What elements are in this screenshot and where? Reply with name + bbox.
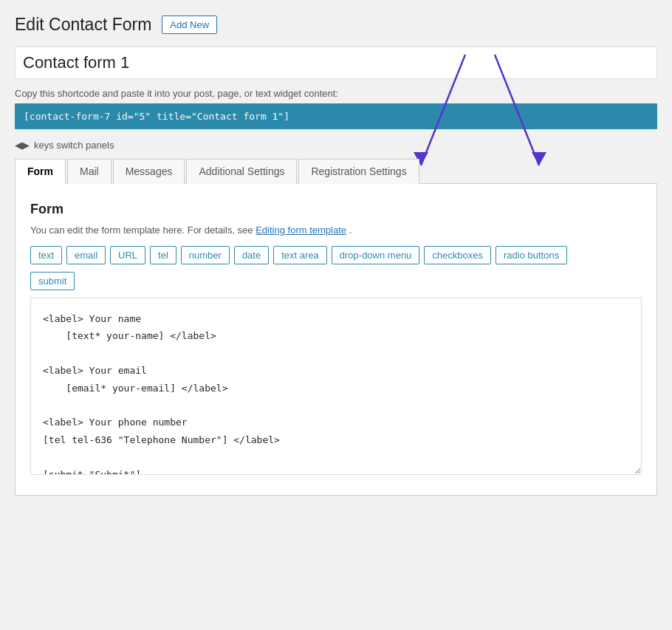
shortcode-value: [contact-form-7 id="5" title="Contact fo… <box>24 111 289 122</box>
tag-btn-email[interactable]: email <box>66 246 106 264</box>
shortcode-label: Copy this shortcode and paste it into yo… <box>15 88 657 99</box>
form-section-desc: You can edit the form template here. For… <box>30 225 642 236</box>
tag-btn-radio[interactable]: radio buttons <box>496 246 567 264</box>
tag-btn-date[interactable]: date <box>234 246 269 264</box>
tab-registration-settings[interactable]: Registration Settings <box>298 159 419 184</box>
form-code-editor[interactable]: <label> Your name [text* your-name] </la… <box>30 298 642 475</box>
shortcode-bar[interactable]: [contact-form-7 id="5" title="Contact fo… <box>15 103 657 129</box>
form-name-input[interactable] <box>15 47 657 79</box>
keys-switch: ◀▶ keys switch panels <box>15 140 657 151</box>
keys-switch-icon: ◀▶ <box>15 140 30 151</box>
desc-start: You can edit the form template here. For… <box>30 225 256 236</box>
desc-end: . <box>349 225 352 236</box>
page-wrapper: Edit Contact Form Add New Copy this shor… <box>0 0 672 630</box>
page-header: Edit Contact Form Add New <box>15 15 657 35</box>
tab-mail[interactable]: Mail <box>67 159 112 184</box>
tag-btn-submit[interactable]: submit <box>30 272 75 290</box>
keys-switch-label: keys switch panels <box>34 140 114 151</box>
tag-btn-tel[interactable]: tel <box>150 246 176 264</box>
tag-btn-dropdown[interactable]: drop-down menu <box>332 246 420 264</box>
tag-btn-text[interactable]: text <box>30 246 62 264</box>
add-new-button[interactable]: Add New <box>162 16 217 34</box>
tag-btn-url[interactable]: URL <box>110 246 145 264</box>
tab-form[interactable]: Form <box>15 159 66 184</box>
tag-btn-textarea[interactable]: text area <box>273 246 327 264</box>
tag-buttons-row2: submit <box>30 272 642 290</box>
tab-messages[interactable]: Messages <box>113 159 185 184</box>
page-title: Edit Contact Form <box>15 15 151 35</box>
editing-form-template-link[interactable]: Editing form template <box>256 225 346 236</box>
tabs-wrapper: Form Mail Messages Additional Settings R… <box>15 158 657 184</box>
content-area: Form You can edit the form template here… <box>15 184 657 496</box>
tab-additional-settings[interactable]: Additional Settings <box>186 159 297 184</box>
tag-buttons: text email URL tel number date text area… <box>30 246 642 264</box>
tabs-nav: Form Mail Messages Additional Settings R… <box>15 158 657 184</box>
tag-btn-checkboxes[interactable]: checkboxes <box>424 246 491 264</box>
tag-btn-number[interactable]: number <box>181 246 230 264</box>
form-section-title: Form <box>30 202 642 217</box>
